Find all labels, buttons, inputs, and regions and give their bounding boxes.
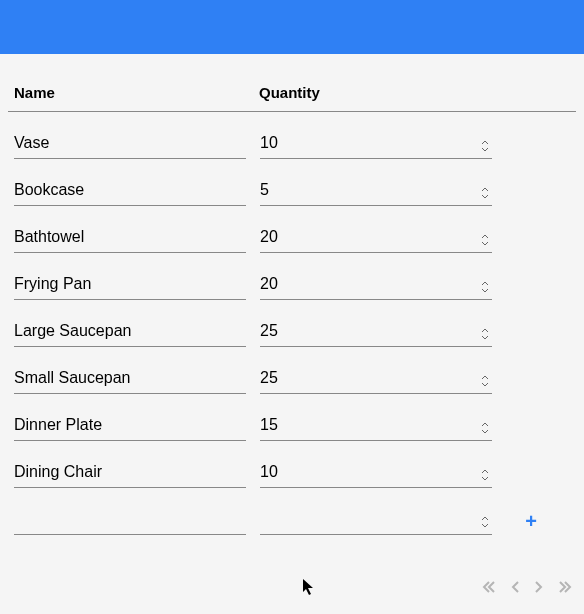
name-input[interactable] bbox=[14, 459, 246, 488]
name-field-wrap bbox=[14, 459, 246, 488]
quantity-field-wrap bbox=[260, 271, 492, 300]
name-input[interactable] bbox=[14, 177, 246, 206]
name-input[interactable] bbox=[14, 365, 246, 394]
name-input[interactable] bbox=[14, 224, 246, 253]
page-last-button[interactable] bbox=[558, 580, 572, 594]
quantity-stepper[interactable] bbox=[480, 280, 490, 294]
quantity-stepper[interactable] bbox=[480, 374, 490, 388]
app-header-bar bbox=[0, 0, 584, 54]
quantity-stepper[interactable] bbox=[480, 421, 490, 435]
name-field-wrap bbox=[14, 412, 246, 441]
quantity-input[interactable] bbox=[260, 459, 492, 488]
quantity-stepper[interactable] bbox=[480, 515, 490, 529]
quantity-stepper[interactable] bbox=[480, 186, 490, 200]
new-name-input[interactable] bbox=[14, 506, 246, 535]
name-input[interactable] bbox=[14, 271, 246, 300]
quantity-input[interactable] bbox=[260, 318, 492, 347]
column-header-name: Name bbox=[14, 84, 259, 101]
name-field-wrap bbox=[14, 318, 246, 347]
table-row bbox=[8, 441, 576, 488]
page-first-button[interactable] bbox=[482, 580, 496, 594]
name-field-wrap bbox=[14, 224, 246, 253]
add-row-cell: + bbox=[506, 511, 556, 535]
name-field-wrap bbox=[14, 271, 246, 300]
quantity-input[interactable] bbox=[260, 130, 492, 159]
new-row: + bbox=[8, 488, 576, 535]
new-quantity-field-wrap bbox=[260, 506, 492, 535]
table-row bbox=[8, 253, 576, 300]
column-header-quantity: Quantity bbox=[259, 84, 504, 101]
table-row bbox=[8, 112, 576, 159]
quantity-field-wrap bbox=[260, 130, 492, 159]
table-row bbox=[8, 159, 576, 206]
name-field-wrap bbox=[14, 177, 246, 206]
quantity-stepper[interactable] bbox=[480, 139, 490, 153]
table-row bbox=[8, 394, 576, 441]
quantity-field-wrap bbox=[260, 365, 492, 394]
quantity-field-wrap bbox=[260, 459, 492, 488]
new-name-field-wrap bbox=[14, 506, 246, 535]
table-row bbox=[8, 206, 576, 253]
name-input[interactable] bbox=[14, 318, 246, 347]
quantity-input[interactable] bbox=[260, 365, 492, 394]
quantity-input[interactable] bbox=[260, 177, 492, 206]
table-row bbox=[8, 347, 576, 394]
pagination bbox=[482, 580, 572, 594]
quantity-field-wrap bbox=[260, 224, 492, 253]
quantity-field-wrap bbox=[260, 177, 492, 206]
table-row bbox=[8, 300, 576, 347]
table-header-row: Name Quantity bbox=[8, 84, 576, 112]
quantity-field-wrap bbox=[260, 318, 492, 347]
quantity-field-wrap bbox=[260, 412, 492, 441]
quantity-input[interactable] bbox=[260, 271, 492, 300]
name-input[interactable] bbox=[14, 412, 246, 441]
quantity-stepper[interactable] bbox=[480, 468, 490, 482]
table-body bbox=[8, 112, 576, 488]
new-quantity-input[interactable] bbox=[260, 506, 492, 535]
add-row-button[interactable]: + bbox=[525, 511, 537, 531]
quantity-input[interactable] bbox=[260, 412, 492, 441]
name-field-wrap bbox=[14, 130, 246, 159]
quantity-stepper[interactable] bbox=[480, 233, 490, 247]
quantity-input[interactable] bbox=[260, 224, 492, 253]
page-prev-button[interactable] bbox=[510, 580, 520, 594]
quantity-stepper[interactable] bbox=[480, 327, 490, 341]
page-next-button[interactable] bbox=[534, 580, 544, 594]
name-field-wrap bbox=[14, 365, 246, 394]
mouse-cursor-icon bbox=[302, 578, 316, 600]
name-input[interactable] bbox=[14, 130, 246, 159]
main-content: Name Quantity + bbox=[0, 54, 584, 535]
